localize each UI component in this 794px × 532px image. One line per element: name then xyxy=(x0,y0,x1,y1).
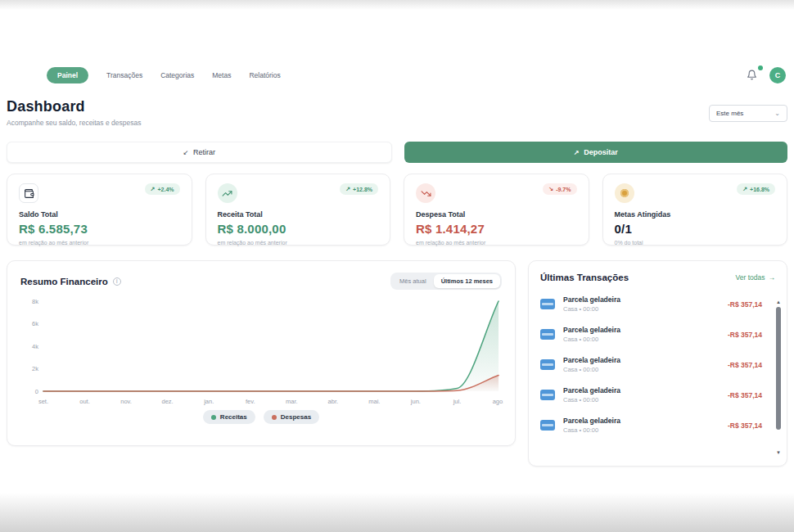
bell-icon xyxy=(747,70,758,80)
trending-up-icon xyxy=(218,183,237,203)
stat-note: 0% do total xyxy=(615,240,776,246)
svg-text:6k: 6k xyxy=(32,320,38,327)
svg-text:0: 0 xyxy=(35,388,38,395)
info-icon[interactable]: i xyxy=(113,277,121,286)
stat-label: Receita Total xyxy=(218,210,379,219)
legend-receitas[interactable]: Receitas xyxy=(203,410,255,424)
stat-value: R$ 1.414,27 xyxy=(416,222,577,236)
svg-text:jul.: jul. xyxy=(453,398,462,405)
actions-row: ↙ Retirar ↗ Depositar xyxy=(7,142,787,163)
stat-label: Saldo Total xyxy=(19,210,180,219)
legend-despesas[interactable]: Despesas xyxy=(264,410,319,424)
svg-text:ago.: ago. xyxy=(493,398,503,405)
svg-text:2k: 2k xyxy=(32,365,38,372)
financial-summary-card: Resumo Financeiro i Mês atual Últimos 12… xyxy=(7,260,516,446)
avatar[interactable]: C xyxy=(769,67,786,83)
transaction-row[interactable]: Parcela geladeiraCasa • 00:00-R$ 357,14 xyxy=(540,410,775,440)
credit-card-icon xyxy=(540,359,555,370)
transaction-meta: Casa • 00:00 xyxy=(563,305,620,313)
withdraw-label: Retirar xyxy=(193,148,215,156)
transactions-list: Parcela geladeiraCasa • 00:00-R$ 357,14P… xyxy=(540,289,775,440)
svg-text:set.: set. xyxy=(38,398,48,405)
tab-transacoes[interactable]: Transações xyxy=(106,71,142,79)
stat-note: em relação ao mês anterior xyxy=(218,240,379,246)
trend-up-icon: ↗ xyxy=(742,186,747,192)
trending-down-icon xyxy=(416,183,435,203)
view-all-button[interactable]: Ver todas → xyxy=(736,273,775,282)
svg-text:8k: 8k xyxy=(32,298,38,305)
stat-note: em relação ao mês anterior xyxy=(416,240,577,246)
toggle-current-month[interactable]: Mês atual xyxy=(392,274,434,288)
trend-badge: ↗ +2.4% xyxy=(145,183,180,195)
main-row: Resumo Financeiro i Mês atual Últimos 12… xyxy=(7,260,787,467)
stat-label: Metas Atingidas xyxy=(615,210,776,219)
stats-row: ↗ +2.4% Saldo Total R$ 6.585,73 em relaç… xyxy=(7,174,787,246)
scroll-up-icon[interactable]: ▲ xyxy=(776,299,781,305)
period-select-value: Este mês xyxy=(716,110,743,117)
transaction-amount: -R$ 357,14 xyxy=(728,300,775,309)
nav-right: C xyxy=(747,67,786,83)
notifications-button[interactable] xyxy=(747,70,758,81)
credit-card-icon xyxy=(540,329,555,340)
letterbox-top xyxy=(0,0,794,10)
scrollbar-thumb[interactable] xyxy=(776,307,781,430)
transaction-title: Parcela geladeira xyxy=(563,295,620,304)
letterbox-bottom xyxy=(0,493,794,532)
transaction-amount: -R$ 357,14 xyxy=(728,361,775,369)
transactions-card: Últimas Transações Ver todas → Parcela g… xyxy=(528,260,787,467)
arrow-right-icon: → xyxy=(769,273,776,282)
svg-text:jun.: jun. xyxy=(410,398,421,405)
chart-legend: Receitas Despesas xyxy=(20,410,502,424)
svg-text:fev.: fev. xyxy=(246,398,255,405)
chevron-down-icon: ⌄ xyxy=(774,110,780,117)
stat-value: R$ 6.585,73 xyxy=(19,222,180,236)
transaction-row[interactable]: Parcela geladeiraCasa • 00:00-R$ 357,14 xyxy=(540,289,775,319)
top-nav: Painel Transações Categorias Metas Relat… xyxy=(47,65,786,85)
transactions-scrollbar: ▲ ▼ xyxy=(774,299,783,456)
tab-relatorios[interactable]: Relatórios xyxy=(249,71,280,79)
scrollbar-track[interactable] xyxy=(776,305,781,449)
stat-value: R$ 8.000,00 xyxy=(218,222,379,236)
chart-range-toggle: Mês atual Últimos 12 meses xyxy=(390,273,502,290)
transaction-row[interactable]: Parcela geladeiraCasa • 00:00-R$ 357,14 xyxy=(540,380,775,410)
toggle-last-12-months[interactable]: Últimos 12 meses xyxy=(434,274,500,288)
arrow-down-left-icon: ↙ xyxy=(183,149,188,156)
transaction-amount: -R$ 357,14 xyxy=(728,391,775,399)
trend-badge: ↘ -9.7% xyxy=(543,183,576,195)
stat-card-receita: ↗ +12.8% Receita Total R$ 8.000,00 em re… xyxy=(205,174,391,246)
svg-text:jan.: jan. xyxy=(203,398,214,405)
transaction-row[interactable]: Parcela geladeiraCasa • 00:00-R$ 357,14 xyxy=(540,349,775,380)
transaction-amount: -R$ 357,14 xyxy=(728,422,775,430)
svg-text:mar.: mar. xyxy=(286,398,298,405)
trend-up-icon: ↗ xyxy=(151,186,156,192)
trend-badge: ↗ +12.8% xyxy=(340,183,378,195)
transaction-meta: Casa • 00:00 xyxy=(563,336,620,343)
transaction-title: Parcela geladeira xyxy=(563,417,620,425)
financial-summary-chart: 02k4k6k8kset.out.nov.dez.jan.fev.mar.abr… xyxy=(20,295,503,408)
transaction-meta: Casa • 00:00 xyxy=(563,366,620,373)
stat-value: 0/1 xyxy=(615,222,776,236)
scroll-down-icon[interactable]: ▼ xyxy=(776,449,781,456)
svg-text:out.: out. xyxy=(79,398,90,405)
tab-categorias[interactable]: Categorias xyxy=(160,71,194,79)
svg-text:nov.: nov. xyxy=(120,398,132,405)
chart-title: Resumo Financeiro i xyxy=(20,277,121,286)
arrow-up-right-icon: ↗ xyxy=(574,149,580,156)
wallet-icon xyxy=(19,183,38,203)
svg-text:abr.: abr. xyxy=(328,398,339,405)
stat-card-saldo: ↗ +2.4% Saldo Total R$ 6.585,73 em relaç… xyxy=(7,174,192,246)
despesas-dot-icon xyxy=(272,415,277,420)
transaction-row[interactable]: Parcela geladeiraCasa • 00:00-R$ 357,14 xyxy=(540,319,775,349)
deposit-button[interactable]: ↗ Depositar xyxy=(404,142,788,163)
tab-painel[interactable]: Painel xyxy=(47,67,88,83)
withdraw-button[interactable]: ↙ Retirar xyxy=(7,142,392,163)
notification-dot xyxy=(758,65,763,70)
trend-down-icon: ↘ xyxy=(548,186,553,192)
page-title: Dashboard xyxy=(7,98,141,115)
period-select[interactable]: Este mês ⌄ xyxy=(709,105,787,122)
deposit-label: Depositar xyxy=(584,148,618,156)
credit-card-icon xyxy=(540,299,555,309)
tab-metas[interactable]: Metas xyxy=(212,71,231,79)
transaction-meta: Casa • 00:00 xyxy=(563,426,620,434)
transaction-amount: -R$ 357,14 xyxy=(728,331,775,339)
